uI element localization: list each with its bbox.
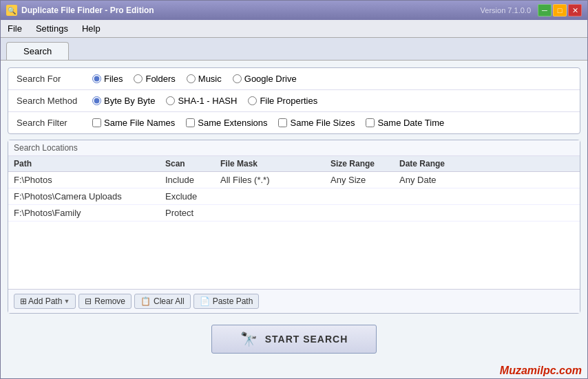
- search-for-files-radio[interactable]: [92, 74, 101, 83]
- filter-same-ext-checkbox[interactable]: [186, 118, 195, 127]
- method-fileprops-label: File Properties: [260, 96, 317, 106]
- start-search-label: START SEARCH: [265, 334, 348, 345]
- clear-all-button[interactable]: 📋 Clear All: [134, 294, 191, 309]
- menu-settings[interactable]: Settings: [29, 21, 75, 36]
- locations-toolbar: ⊞ Add Path ▼ ⊟ Remove 📋 Clear All 📄 Past…: [8, 289, 580, 313]
- filter-same-size[interactable]: Same File Sizes: [278, 118, 355, 128]
- main-content: Search For Files Folders Music: [1, 61, 587, 363]
- search-btn-container: 🔭 START SEARCH: [8, 319, 580, 356]
- filter-same-date[interactable]: Same Date Time: [366, 118, 444, 128]
- add-path-label: Add Path: [28, 296, 62, 306]
- title-bar-left: 🔍 Duplicate File Finder - Pro Edition: [6, 5, 154, 16]
- close-button[interactable]: ✕: [568, 4, 582, 17]
- search-for-files[interactable]: Files: [92, 74, 123, 84]
- remove-icon: ⊟: [85, 296, 92, 306]
- method-byte-label: Byte By Byte: [104, 96, 155, 106]
- col-sizerange: Size Range: [330, 159, 399, 169]
- table-row[interactable]: F:\Photos Include All Files (*.*) Any Si…: [8, 172, 580, 188]
- table-row[interactable]: F:\Photos\Camera Uploads Exclude: [8, 188, 580, 205]
- row2-path: F:\Photos\Camera Uploads: [14, 191, 165, 202]
- clear-all-label: Clear All: [154, 296, 185, 306]
- table-row[interactable]: F:\Photos\Family Protect: [8, 205, 580, 221]
- minimize-button[interactable]: ─: [538, 4, 552, 17]
- search-for-folders-label: Folders: [145, 74, 175, 84]
- add-icon: ⊞: [20, 296, 27, 306]
- row2-sizerange: [330, 191, 399, 202]
- dropdown-arrow-icon: ▼: [63, 298, 70, 305]
- search-filter-row: Search Filter Same File Names Same Exten…: [8, 112, 580, 133]
- method-fileprops-radio[interactable]: [248, 96, 257, 105]
- row3-sizerange: [330, 208, 399, 218]
- search-for-googledrive-radio[interactable]: [233, 74, 242, 83]
- search-for-files-label: Files: [104, 74, 123, 84]
- window-title: Duplicate File Finder - Pro Edition: [21, 6, 154, 15]
- search-for-music-label: Music: [198, 74, 222, 84]
- menu-file[interactable]: File: [1, 21, 29, 36]
- filter-same-ext[interactable]: Same Extensions: [186, 118, 267, 128]
- row1-scan: Include: [165, 175, 220, 185]
- row3-path: F:\Photos\Family: [14, 208, 165, 218]
- method-byte[interactable]: Byte By Byte: [92, 96, 155, 106]
- row1-filemask: All Files (*.*): [220, 175, 330, 185]
- filter-same-size-label: Same File Sizes: [290, 118, 355, 128]
- menu-bar: File Settings Help: [1, 20, 587, 38]
- tab-search[interactable]: Search: [6, 42, 69, 60]
- search-for-folders[interactable]: Folders: [134, 74, 175, 84]
- add-path-button[interactable]: ⊞ Add Path ▼: [14, 294, 76, 309]
- tabs-bar: Search: [1, 38, 587, 61]
- search-for-google-drive[interactable]: Google Drive: [233, 74, 297, 84]
- col-filemask: File Mask: [220, 159, 330, 169]
- row3-filemask: [220, 208, 330, 218]
- col-scan: Scan: [165, 159, 220, 169]
- row2-filemask: [220, 191, 330, 202]
- start-search-button[interactable]: 🔭 START SEARCH: [211, 325, 377, 354]
- method-sha1-label: SHA-1 - HASH: [178, 96, 237, 106]
- binoculars-icon: 🔭: [240, 331, 258, 347]
- search-method-label: Search Method: [17, 96, 92, 106]
- locations-table: Path Scan File Mask Size Range Date Rang…: [8, 156, 580, 289]
- row3-daterange: [399, 208, 482, 218]
- row1-daterange: Any Date: [399, 175, 482, 185]
- filter-panel: Search For Files Folders Music: [8, 67, 580, 134]
- main-window: 🔍 Duplicate File Finder - Pro Edition Ve…: [0, 0, 588, 379]
- search-for-folders-radio[interactable]: [134, 74, 143, 83]
- filter-same-date-label: Same Date Time: [377, 118, 444, 128]
- remove-label: Remove: [94, 296, 125, 306]
- search-method-row: Search Method Byte By Byte SHA-1 - HASH …: [8, 90, 580, 112]
- remove-button[interactable]: ⊟ Remove: [78, 294, 132, 309]
- clear-icon: 📋: [140, 296, 151, 306]
- row3-scan: Protect: [165, 208, 220, 218]
- col-daterange: Date Range: [399, 159, 482, 169]
- row2-daterange: [399, 191, 482, 202]
- col-path: Path: [14, 159, 165, 169]
- filter-same-ext-label: Same Extensions: [198, 118, 267, 128]
- search-for-music[interactable]: Music: [187, 74, 222, 84]
- title-bar: 🔍 Duplicate File Finder - Pro Edition Ve…: [1, 1, 587, 20]
- table-header: Path Scan File Mask Size Range Date Rang…: [8, 156, 580, 172]
- row1-path: F:\Photos: [14, 175, 165, 185]
- search-method-options: Byte By Byte SHA-1 - HASH File Propertie…: [92, 96, 317, 106]
- method-sha1-radio[interactable]: [166, 96, 175, 105]
- search-for-googledrive-label: Google Drive: [244, 74, 297, 84]
- paste-icon: 📄: [200, 296, 210, 306]
- watermark: Muzamilpc.com: [1, 363, 587, 378]
- search-for-label: Search For: [17, 74, 92, 84]
- filter-same-names[interactable]: Same File Names: [92, 118, 175, 128]
- search-filter-options: Same File Names Same Extensions Same Fil…: [92, 118, 444, 128]
- method-sha1[interactable]: SHA-1 - HASH: [166, 96, 237, 106]
- paste-path-button[interactable]: 📄 Paste Path: [193, 294, 260, 309]
- row2-scan: Exclude: [165, 191, 220, 202]
- locations-title: Search Locations: [8, 140, 580, 156]
- search-for-music-radio[interactable]: [187, 74, 196, 83]
- method-byte-radio[interactable]: [92, 96, 101, 105]
- filter-same-names-checkbox[interactable]: [92, 118, 101, 127]
- filter-same-date-checkbox[interactable]: [366, 118, 375, 127]
- search-filter-label: Search Filter: [17, 118, 92, 128]
- row1-sizerange: Any Size: [330, 175, 399, 185]
- locations-panel: Search Locations Path Scan File Mask Siz…: [8, 140, 580, 314]
- method-fileprops[interactable]: File Properties: [248, 96, 317, 106]
- maximize-button[interactable]: □: [553, 4, 567, 17]
- filter-same-size-checkbox[interactable]: [278, 118, 287, 127]
- watermark-text: Muzamilpc.com: [500, 365, 582, 376]
- menu-help[interactable]: Help: [75, 21, 107, 36]
